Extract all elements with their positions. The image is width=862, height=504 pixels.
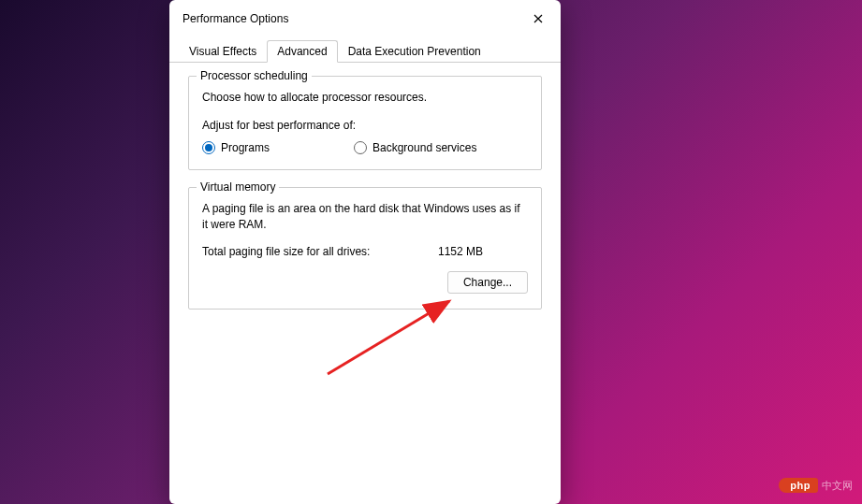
radio-programs[interactable]: Programs: [202, 141, 270, 154]
processor-desc: Choose how to allocate processor resourc…: [202, 90, 528, 106]
radio-background-label: Background services: [373, 141, 476, 154]
change-button[interactable]: Change...: [447, 271, 528, 294]
performance-options-dialog: Performance Options Visual Effects Advan…: [169, 0, 561, 504]
radio-programs-input[interactable]: [202, 141, 215, 154]
tabs: Visual Effects Advanced Data Execution P…: [169, 39, 561, 63]
processor-scheduling-group: Processor scheduling Choose how to alloc…: [188, 76, 542, 170]
radio-background-input[interactable]: [354, 141, 367, 154]
vm-total-row: Total paging file size for all drives: 1…: [202, 245, 483, 258]
adjust-label: Adjust for best performance of:: [202, 119, 528, 132]
close-icon: [533, 14, 543, 23]
radio-row: Programs Background services: [202, 141, 528, 154]
watermark-text: 中文网: [822, 479, 853, 493]
virtual-memory-group: Virtual memory A paging file is an area …: [188, 187, 542, 310]
vm-desc: A paging file is an area on the hard dis…: [202, 201, 528, 233]
watermark-badge: php: [779, 478, 818, 493]
tab-dep[interactable]: Data Execution Prevention: [338, 40, 491, 63]
radio-programs-label: Programs: [221, 141, 270, 154]
vm-total-label: Total paging file size for all drives:: [202, 245, 370, 258]
titlebar: Performance Options: [169, 0, 561, 36]
tab-visual-effects[interactable]: Visual Effects: [179, 40, 267, 63]
vm-legend: Virtual memory: [197, 180, 279, 194]
processor-legend: Processor scheduling: [197, 69, 312, 82]
radio-background[interactable]: Background services: [354, 141, 476, 154]
vm-button-row: Change...: [202, 271, 528, 294]
vm-total-value: 1152 MB: [438, 245, 483, 258]
window-title: Performance Options: [183, 12, 288, 25]
watermark: php 中文网: [779, 478, 853, 493]
close-button[interactable]: [527, 7, 549, 30]
tab-advanced[interactable]: Advanced: [267, 40, 337, 63]
content-area: Processor scheduling Choose how to alloc…: [169, 63, 561, 504]
